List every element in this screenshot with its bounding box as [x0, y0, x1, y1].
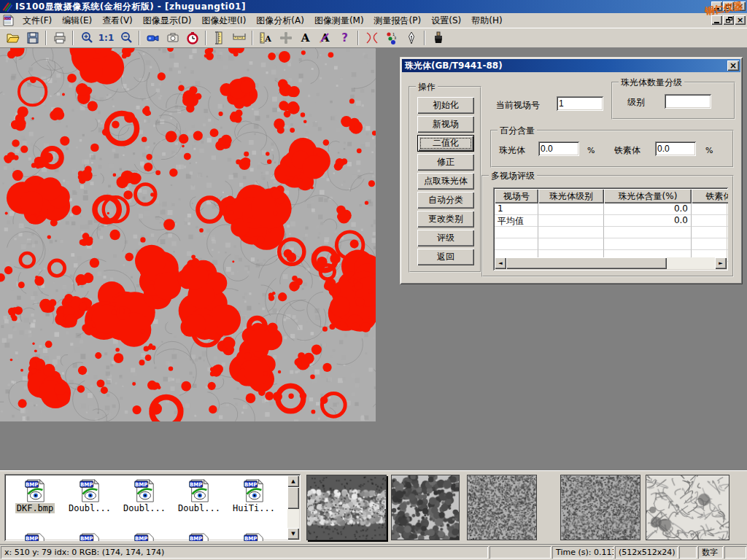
auto-classify-button[interactable]: 自动分类: [417, 192, 474, 209]
zoom-1to1-button[interactable]: 1:1: [96, 29, 116, 47]
thumbnail-image[interactable]: [646, 475, 729, 540]
pick-pearlite-button[interactable]: 点取珠光体: [417, 173, 474, 190]
styled-text-button[interactable]: A: [315, 29, 335, 47]
video-capture-button[interactable]: [143, 29, 163, 47]
scroll-left-button[interactable]: ◄: [495, 257, 506, 269]
bmp-file-icon: BMP: [187, 532, 211, 541]
bmp-file-icon: BMP: [242, 478, 266, 503]
dialog-title-bar[interactable]: 珠光体(GB/T9441-88) ×: [402, 59, 740, 72]
zoom-out-button[interactable]: [116, 29, 136, 47]
ferrite-label: 铁素体: [614, 144, 640, 157]
menu-settings[interactable]: 设置(S): [426, 13, 466, 28]
open-folder-icon: [6, 31, 20, 45]
thumbnail-image[interactable]: [560, 475, 640, 540]
thumbnail-image[interactable]: [467, 475, 537, 540]
scroll-down-button[interactable]: ▼: [287, 528, 299, 540]
operations-group-label: 操作: [416, 81, 438, 93]
toolbar-separator: [139, 31, 140, 45]
move-cross-icon: [279, 31, 293, 45]
mdi-close-button[interactable]: ×: [735, 15, 746, 25]
file-name[interactable]: Doubl...: [67, 503, 112, 513]
menu-image-display[interactable]: 图像显示(D): [138, 13, 197, 28]
dialog-close-button[interactable]: ×: [727, 61, 739, 71]
file-item[interactable]: BMP: [173, 532, 225, 541]
bmp-file-icon: BMP: [133, 478, 156, 503]
menu-file[interactable]: 文件(F): [18, 13, 57, 28]
correct-button[interactable]: 修正: [417, 154, 474, 171]
file-name[interactable]: Doubl...: [122, 503, 167, 513]
mdi-minimize-button[interactable]: [711, 15, 722, 25]
svg-text:BMP: BMP: [190, 481, 203, 488]
menu-edit[interactable]: 编辑(E): [57, 13, 97, 28]
table-horizontal-scrollbar[interactable]: ◄ ►: [495, 257, 727, 269]
file-item[interactable]: BMP: [63, 532, 116, 541]
menu-image-measure[interactable]: 图像测量(M): [309, 13, 369, 28]
curve-tool-button[interactable]: [362, 29, 382, 47]
binarize-button[interactable]: 二值化: [417, 135, 474, 152]
col-field-number: 视场号: [495, 189, 538, 203]
snapshot-button[interactable]: [163, 29, 182, 47]
scrollbar-thumb[interactable]: [506, 257, 667, 269]
file-browser-scrollbar[interactable]: ▲ ▼: [287, 475, 299, 540]
thumbnail-image[interactable]: [306, 475, 387, 540]
scroll-right-button[interactable]: ►: [715, 257, 727, 269]
rgb-points-button[interactable]: 1 3: [382, 29, 401, 47]
open-file-button[interactable]: [3, 29, 23, 47]
file-item[interactable]: BMP: [118, 532, 171, 541]
current-view-input[interactable]: [557, 96, 603, 111]
move-tool-button[interactable]: [276, 29, 295, 47]
scrollbar-track[interactable]: [667, 257, 715, 269]
return-button[interactable]: 返回: [417, 249, 474, 265]
document-icon[interactable]: DOC: [2, 15, 15, 26]
text-tool-button[interactable]: A: [295, 29, 315, 47]
menu-image-processing[interactable]: 图像处理(I): [196, 13, 251, 28]
file-name[interactable]: DKF.bmp: [15, 503, 55, 513]
menu-help[interactable]: 帮助(H): [466, 13, 507, 28]
file-item[interactable]: BMP Doubl...: [173, 478, 225, 513]
file-item[interactable]: BMP: [228, 532, 280, 541]
scroll-up-button[interactable]: ▲: [287, 475, 299, 487]
annotate-measure-button[interactable]: A: [256, 29, 276, 47]
caliper-measure-button[interactable]: [209, 29, 229, 47]
file-name[interactable]: HuiTi...: [231, 503, 276, 513]
file-item[interactable]: BMP: [9, 532, 61, 541]
change-class-button[interactable]: 更改类别: [417, 211, 474, 228]
scrollbar-thumb[interactable]: [287, 487, 299, 509]
menu-view[interactable]: 查看(V): [97, 13, 138, 28]
table-row[interactable]: 1 0.0: [495, 203, 728, 215]
floppy-icon: [26, 31, 40, 45]
micrograph-image[interactable]: [0, 48, 376, 421]
pen-tool-button[interactable]: [401, 29, 421, 47]
print-button[interactable]: [50, 29, 69, 47]
help-button[interactable]: ?: [335, 29, 355, 47]
level-input[interactable]: [665, 94, 711, 109]
file-item[interactable]: BMP Doubl...: [63, 478, 116, 513]
zoom-in-button[interactable]: [77, 29, 96, 47]
scrollbar-track[interactable]: [287, 509, 299, 528]
rate-button[interactable]: 评级: [417, 230, 474, 246]
file-item[interactable]: BMP HuiTi...: [228, 478, 280, 513]
maximize-button[interactable]: [723, 1, 734, 11]
status-empty: [489, 546, 551, 559]
file-item[interactable]: BMP Doubl...: [118, 478, 171, 513]
timer-button[interactable]: [182, 29, 202, 47]
help-icon: ?: [341, 31, 348, 44]
new-field-button[interactable]: 新视场: [417, 116, 474, 133]
save-button[interactable]: [23, 29, 42, 47]
init-button[interactable]: 初始化: [417, 97, 474, 114]
ferrite-percent-input[interactable]: [655, 141, 696, 156]
file-item[interactable]: BMP DKF.bmp: [9, 478, 61, 513]
mdi-restore-button[interactable]: [723, 15, 734, 25]
curve-icon: [365, 31, 379, 45]
rating-table[interactable]: 视场号 珠光体级别 珠光体含量(%) 铁素体含量(%) 1 0.0: [493, 187, 728, 271]
pearlite-percent-input[interactable]: [538, 141, 579, 156]
menu-image-analysis[interactable]: 图像分析(A): [251, 13, 309, 28]
table-row[interactable]: 平均值 0.0: [495, 215, 728, 227]
minimize-button[interactable]: [711, 1, 722, 11]
close-button[interactable]: ×: [735, 1, 746, 11]
brush-tool-button[interactable]: [428, 29, 448, 47]
menu-measure-report[interactable]: 测量报告(P): [369, 13, 427, 28]
line-measure-button[interactable]: [229, 29, 249, 47]
thumbnail-image[interactable]: [391, 475, 460, 540]
file-name[interactable]: Doubl...: [177, 503, 222, 513]
